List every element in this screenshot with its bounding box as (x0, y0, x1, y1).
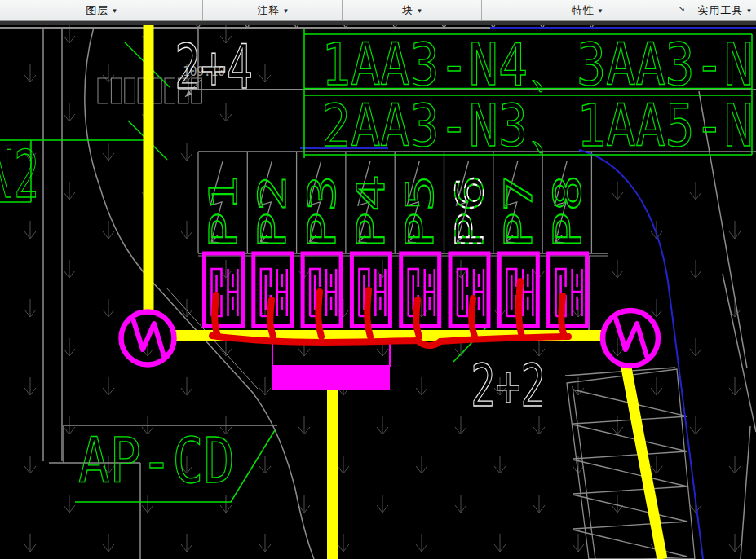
yellow-riser-left (144, 25, 154, 313)
panel-label-layers: 图层 (86, 3, 108, 18)
ribbon-panel-block[interactable]: 块 ▾ (343, 0, 482, 20)
cabinet-solid-rect (272, 366, 390, 390)
panel-label-block: 块 (402, 3, 413, 18)
panel-label-utilities: 实用工具 (697, 3, 743, 18)
chevron-down-icon[interactable]: ▾ (113, 7, 117, 15)
p-label: P4 (349, 174, 393, 249)
ribbon-panel-properties[interactable]: 特性 ▾ ↘ (482, 0, 692, 20)
drawing-viewport[interactable]: 109.10 1AA3-N4、3AA3-N 2 (0, 0, 756, 559)
panel-launcher-icon[interactable]: ↘ (678, 3, 685, 14)
p-label: P1 (201, 174, 245, 249)
p-label: P3 (300, 174, 344, 249)
node-label-n2: N2 (0, 137, 39, 213)
feeder-row-2-text: 2AA3-N3、1AA5-N (321, 91, 754, 160)
ribbon-bottom-strip (0, 21, 756, 25)
p-label-selected[interactable]: P6 (448, 174, 492, 249)
count-annotation-top: 2+4 (175, 32, 253, 102)
p-label: P8 (546, 174, 590, 249)
ribbon-panel-utilities[interactable]: 实用工具 ▾ (692, 0, 756, 20)
panel-label-annotation: 注释 (257, 3, 280, 18)
feeder-row-1-text: 1AA3-N4、3AA3-N (321, 30, 754, 99)
chevron-down-icon[interactable]: ▾ (418, 7, 422, 15)
panel-label-ap-cd: AP-CD (78, 425, 235, 497)
panel-label-properties: 特性 (572, 3, 595, 18)
p-label: P5 (398, 174, 442, 249)
chevron-down-icon[interactable]: ▾ (747, 7, 751, 15)
chevron-down-icon[interactable]: ▾ (599, 7, 603, 15)
ribbon-panel-annotation[interactable]: 注释 ▾ (203, 0, 343, 20)
ribbon-toolbar: 图层 ▾ 注释 ▾ 块 ▾ 特性 ▾ ↘ 实用工具 ▾ (0, 0, 756, 21)
p-label: P2 (250, 174, 294, 249)
count-annotation-mid: 2+2 (471, 351, 546, 420)
chevron-down-icon[interactable]: ▾ (284, 7, 288, 15)
yellow-riser-bottom (327, 389, 338, 559)
ribbon-panel-layers[interactable]: 图层 ▾ (0, 0, 203, 20)
p-label: P7 (497, 174, 541, 249)
cad-application-window: 图层 ▾ 注释 ▾ 块 ▾ 特性 ▾ ↘ 实用工具 ▾ (0, 0, 756, 559)
